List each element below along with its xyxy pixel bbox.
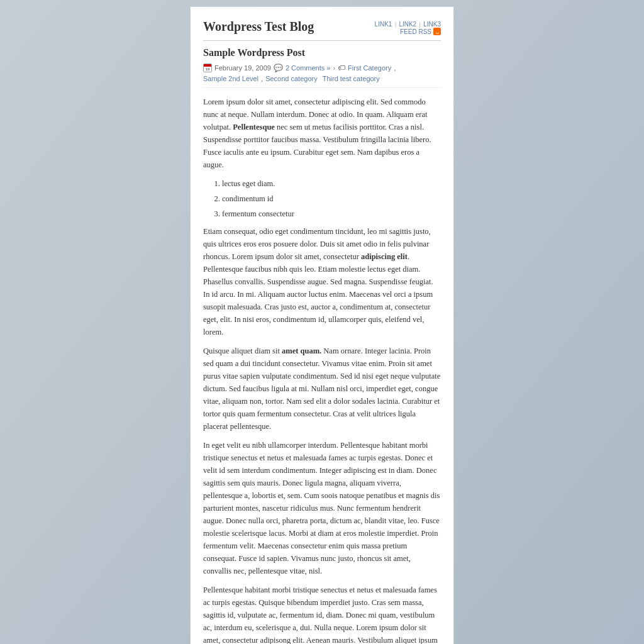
category-first[interactable]: First Category: [348, 64, 391, 72]
para-3: Quisque aliquet diam sit amet quam. Nam …: [203, 345, 441, 433]
bold-amet-quam: amet quam.: [282, 347, 321, 355]
feed-anchor[interactable]: FEED RSS: [400, 28, 431, 35]
meta-sep: ›: [333, 64, 335, 72]
list-item-1: lectus eget diam.: [222, 177, 441, 190]
page-container: Wordpress Test Blog LINK1 | LINK2 | LINK…: [190, 6, 454, 644]
cat-sep-2: ,: [261, 75, 263, 82]
category-second-level[interactable]: Sample 2nd Level: [203, 75, 258, 82]
calendar-icon: 19: [203, 64, 212, 72]
para-2: Etiam consequat, odio eget condimentum t…: [203, 225, 441, 338]
post-meta: 19 February 19, 2009 💬 2 Comments » › 🏷 …: [203, 64, 441, 88]
nav-link-2[interactable]: LINK2: [399, 21, 416, 28]
para-4: In eget velit eu nibh ullamcorper interd…: [203, 439, 441, 577]
nav-sep-1: |: [395, 21, 398, 28]
bold-pellentesque: Pellentesque: [233, 123, 275, 131]
post-title: Sample Wordpress Post: [203, 47, 441, 58]
list-item-2: condimentum id: [222, 192, 441, 205]
cat-sep-1: ,: [394, 64, 396, 72]
rss-icon: ␣: [433, 28, 441, 35]
nav-links: LINK1 | LINK2 | LINK3 FEED RSS ␣: [375, 18, 441, 35]
comments-link[interactable]: 2 Comments »: [286, 64, 331, 72]
category-third[interactable]: Third test category: [323, 75, 380, 82]
post-date: February 19, 2009: [214, 64, 271, 72]
site-title: Wordpress Test Blog: [203, 18, 314, 35]
nav-link-1[interactable]: LINK1: [375, 21, 392, 28]
post-body: Lorem ipsum dolor sit amet, consectetur …: [203, 96, 441, 644]
para-5: Pellentesque habitant morbi tristique se…: [203, 584, 441, 644]
tag-icon: 🏷: [338, 64, 345, 72]
nav-sep-2: |: [419, 21, 423, 28]
site-header: Wordpress Test Blog LINK1 | LINK2 | LINK…: [203, 18, 441, 41]
feed-link[interactable]: FEED RSS ␣: [400, 28, 441, 35]
comment-icon: 💬: [274, 64, 283, 72]
ordered-list: lectus eget diam. condimentum id ferment…: [222, 177, 441, 220]
bold-adipiscing: adipiscing elit: [361, 252, 408, 261]
nav-link-3[interactable]: LINK3: [423, 21, 441, 28]
para-1: Lorem ipsum dolor sit amet, consectetur …: [203, 96, 441, 171]
list-item-3: fermentum consectetur: [222, 208, 441, 220]
category-second[interactable]: Second category: [265, 75, 318, 82]
